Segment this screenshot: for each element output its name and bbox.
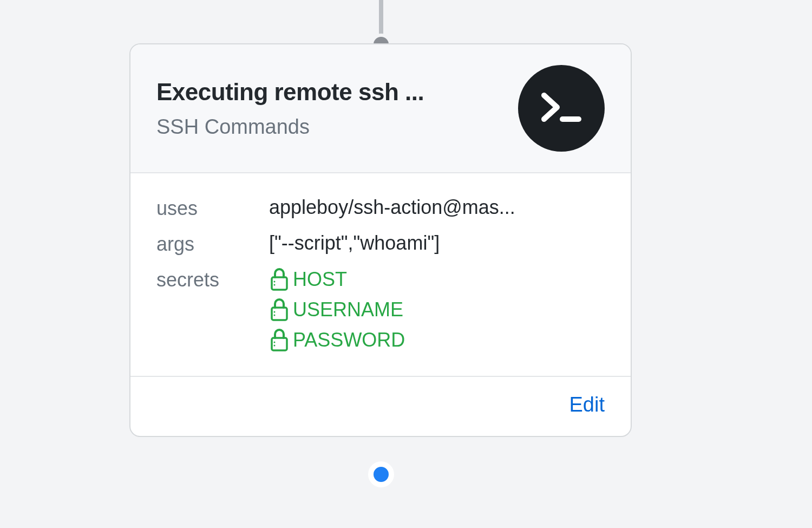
secret-name: PASSWORD (293, 329, 405, 351)
lock-icon (269, 298, 290, 322)
secret-item: USERNAME (269, 298, 405, 322)
secret-name: HOST (293, 268, 347, 291)
field-label: uses (156, 196, 269, 220)
field-label: args (156, 232, 269, 256)
card-title: Executing remote ssh ... (156, 79, 424, 106)
terminal-icon (518, 65, 605, 152)
workflow-step-card: Executing remote ssh ... SSH Commands us… (129, 43, 632, 437)
card-footer: Edit (130, 376, 631, 436)
field-value: ["--script","whoami"] (269, 232, 440, 255)
card-header: Executing remote ssh ... SSH Commands (130, 44, 631, 173)
field-uses: uses appleboy/ssh-action@mas... (156, 196, 605, 220)
field-secrets: secrets HOST (156, 268, 605, 352)
card-subtitle: SSH Commands (156, 115, 424, 139)
svg-rect-1 (272, 277, 287, 290)
edit-button[interactable]: Edit (569, 393, 605, 416)
card-body: uses appleboy/ssh-action@mas... args ["-… (130, 173, 631, 376)
field-value: appleboy/ssh-action@mas... (269, 196, 515, 219)
secret-name: USERNAME (293, 298, 403, 321)
connector-dot-bottom[interactable] (368, 461, 394, 487)
secret-item: PASSWORD (269, 328, 405, 352)
lock-icon (269, 268, 290, 291)
card-header-text: Executing remote ssh ... SSH Commands (156, 79, 424, 139)
lock-icon (269, 328, 290, 352)
svg-rect-7 (272, 338, 287, 350)
field-args: args ["--script","whoami"] (156, 232, 605, 256)
field-label: secrets (156, 268, 269, 291)
svg-rect-4 (272, 308, 287, 320)
secret-item: HOST (269, 268, 405, 291)
secrets-list: HOST USERNAME (269, 268, 405, 352)
